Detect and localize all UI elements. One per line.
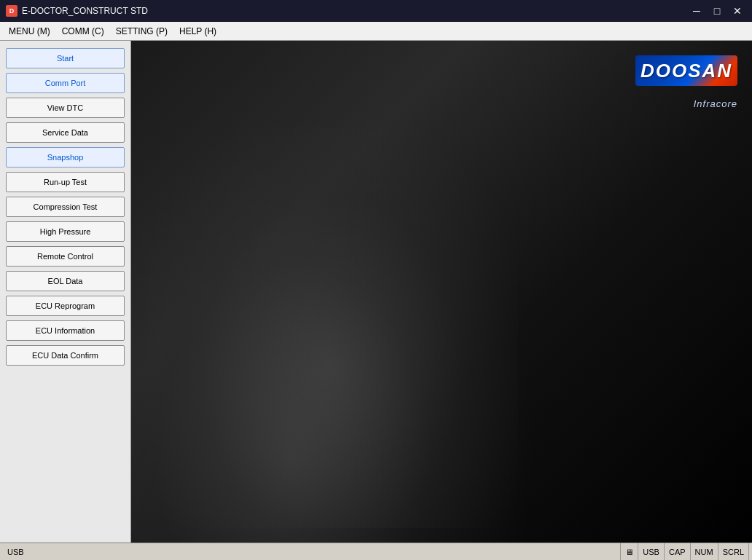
- num-label: NUM: [695, 548, 713, 556]
- status-num: NUM: [691, 543, 718, 560]
- status-left: USB: [3, 543, 621, 560]
- btn-ecu-information[interactable]: ECU Information: [6, 320, 125, 341]
- menu-item-comm[interactable]: COMM (C): [56, 24, 110, 39]
- window-controls: ─ □ ✕: [688, 4, 746, 18]
- cap-label: CAP: [669, 548, 686, 556]
- infracore-text: Infracore: [694, 98, 737, 109]
- window-title: E-DOCTOR_CONSTRUCT STD: [22, 6, 148, 16]
- close-button[interactable]: ✕: [729, 4, 746, 18]
- btn-comm-port[interactable]: Comm Port: [6, 73, 125, 93]
- btn-view-dtc[interactable]: View DTC: [6, 98, 125, 118]
- status-cap: CAP: [665, 543, 691, 560]
- menu-item-help[interactable]: HELP (H): [173, 24, 222, 39]
- status-monitor: 🖥: [621, 543, 638, 560]
- menu-bar: MENU (M) COMM (C) SETTING (P) HELP (H): [0, 22, 752, 41]
- btn-run-up-test[interactable]: Run-up Test: [6, 172, 125, 192]
- usb-label: USB: [7, 548, 24, 556]
- logo-area: DOOSAN Infracore: [635, 55, 737, 109]
- menu-item-setting[interactable]: SETTING (P): [110, 24, 173, 39]
- menu-item-menu[interactable]: MENU (M): [3, 24, 56, 39]
- btn-service-data[interactable]: Service Data: [6, 122, 125, 143]
- btn-ecu-data-confirm[interactable]: ECU Data Confirm: [6, 345, 125, 366]
- logo-box: DOOSAN: [635, 55, 737, 86]
- content-area: DOOSAN Infracore: [131, 41, 752, 543]
- btn-remote-control[interactable]: Remote Control: [6, 246, 125, 267]
- status-scrl: SCRL: [718, 543, 749, 560]
- usb-indicator-label: USB: [643, 548, 659, 556]
- maximize-button[interactable]: □: [708, 4, 726, 18]
- minimize-button[interactable]: ─: [688, 4, 705, 18]
- btn-snapshop[interactable]: Snapshop: [6, 147, 125, 167]
- btn-eol-data[interactable]: EOL Data: [6, 271, 125, 291]
- title-bar: D E-DOCTOR_CONSTRUCT STD ─ □ ✕: [0, 0, 752, 22]
- monitor-icon: 🖥: [625, 548, 633, 556]
- status-bar: USB 🖥 USB CAP NUM SCRL: [0, 543, 752, 560]
- status-usb-indicator: USB: [638, 543, 665, 560]
- title-bar-left: D E-DOCTOR_CONSTRUCT STD: [6, 5, 148, 17]
- engine-detail: [146, 127, 518, 528]
- btn-start[interactable]: Start: [6, 48, 125, 68]
- logo-text: DOOSAN: [641, 60, 732, 82]
- btn-high-pressure[interactable]: High Pressure: [6, 221, 125, 242]
- app-icon: D: [6, 5, 17, 17]
- doosan-logo: DOOSAN: [635, 55, 737, 95]
- scrl-label: SCRL: [723, 548, 744, 556]
- btn-ecu-reprogram[interactable]: ECU Reprogram: [6, 296, 125, 316]
- sidebar: Start Comm Port View DTC Service Data Sn…: [0, 41, 131, 543]
- btn-compression-test[interactable]: Compression Test: [6, 197, 125, 217]
- main-container: Start Comm Port View DTC Service Data Sn…: [0, 41, 752, 543]
